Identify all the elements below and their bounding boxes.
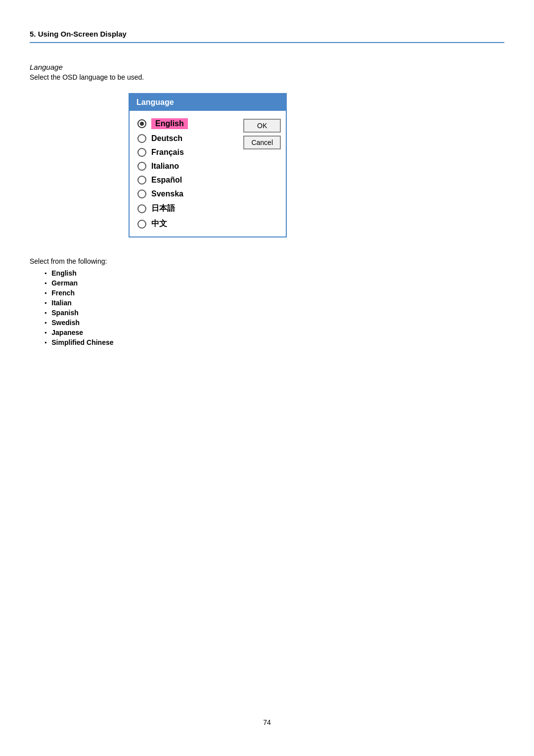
dialog-option-svenska[interactable]: Svenska: [134, 187, 235, 201]
option-label-deutsch: Deutsch: [151, 134, 182, 143]
dialog-option-espanol[interactable]: Español: [134, 173, 235, 187]
list-section: Select from the following: EnglishGerman…: [30, 257, 504, 346]
radio-english: [137, 119, 146, 128]
list-item-7: Simplified Chinese: [44, 338, 504, 346]
section-description: Select the OSD language to be used.: [30, 73, 504, 81]
dialog-body: EnglishDeutschFrançaisItalianoEspañolSve…: [130, 111, 286, 236]
option-label-italiano: Italiano: [151, 162, 179, 171]
dialog-title: Language: [130, 94, 286, 111]
dialog-buttons: OK Cancel: [240, 116, 286, 232]
option-label-japanese: 日本語: [151, 203, 175, 214]
dialog-area: Language EnglishDeutschFrançaisItalianoE…: [129, 93, 504, 237]
dialog-option-chinese[interactable]: 中文: [134, 216, 235, 232]
page-number: 74: [263, 718, 271, 726]
radio-deutsch: [137, 134, 146, 143]
radio-italiano: [137, 162, 146, 171]
list-item-5: Swedish: [44, 319, 504, 327]
option-label-francais: Français: [151, 148, 184, 157]
option-label-chinese: 中文: [151, 219, 167, 229]
language-dialog: Language EnglishDeutschFrançaisItalianoE…: [129, 93, 287, 237]
radio-svenska: [137, 189, 146, 198]
dialog-option-deutsch[interactable]: Deutsch: [134, 132, 235, 145]
dialog-option-italiano[interactable]: Italiano: [134, 159, 235, 173]
page-header: 5. Using On-Screen Display: [30, 30, 504, 43]
ok-button[interactable]: OK: [243, 119, 281, 133]
radio-francais: [137, 148, 146, 157]
dialog-option-english[interactable]: English: [134, 116, 235, 132]
list-item-2: French: [44, 289, 504, 297]
list-item-0: English: [44, 269, 504, 277]
page-header-title: 5. Using On-Screen Display: [30, 30, 127, 38]
language-bullet-list: EnglishGermanFrenchItalianSpanishSwedish…: [30, 269, 504, 346]
dialog-options-list: EnglishDeutschFrançaisItalianoEspañolSve…: [130, 116, 240, 232]
option-label-svenska: Svenska: [151, 189, 183, 198]
option-label-english: English: [151, 118, 188, 129]
radio-japanese: [137, 204, 146, 213]
select-from-text: Select from the following:: [30, 257, 504, 265]
list-item-4: Spanish: [44, 309, 504, 317]
radio-chinese: [137, 220, 146, 229]
dialog-option-francais[interactable]: Français: [134, 145, 235, 159]
dialog-option-japanese[interactable]: 日本語: [134, 201, 235, 216]
radio-espanol: [137, 176, 146, 185]
option-label-espanol: Español: [151, 176, 182, 185]
list-item-6: Japanese: [44, 329, 504, 336]
section-label: Language: [30, 63, 504, 71]
list-item-3: Italian: [44, 299, 504, 307]
cancel-button[interactable]: Cancel: [243, 136, 281, 149]
list-item-1: German: [44, 279, 504, 287]
